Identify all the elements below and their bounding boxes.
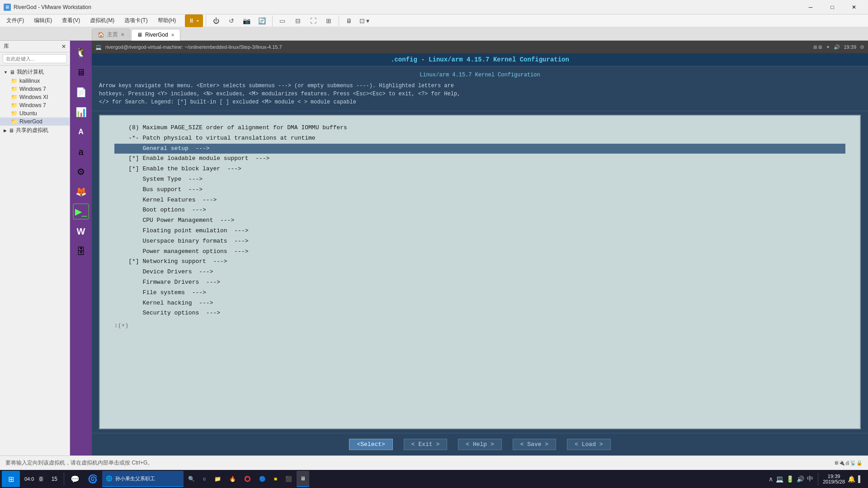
terminal-icon[interactable]: ▶_ [73, 203, 89, 220]
menu-item-4[interactable]: [*] Enable the block layer ---> [114, 164, 845, 174]
menu-vm[interactable]: 虚拟机(M) [85, 15, 119, 26]
taskbar-chrome[interactable]: 🔵 [255, 471, 269, 487]
menu-item-12[interactable]: Power management options ---> [114, 247, 845, 257]
sidebar-item-win7-2[interactable]: 📁 Windows 7 [0, 101, 70, 109]
sidebar-item-win7-1[interactable]: 📁 Windows 7 [0, 85, 70, 93]
help-button[interactable]: < Help > [458, 439, 501, 450]
sidebar-item-winxi[interactable]: 📁 Windows XI [0, 93, 70, 101]
menu-tab[interactable]: 选项卡(T) [120, 15, 152, 26]
taskbar-orange[interactable]: ⭕ [241, 471, 255, 487]
db-icon[interactable]: 🗄 [73, 243, 89, 259]
menu-view[interactable]: 查看(V) [57, 15, 85, 26]
font-icon[interactable]: A [73, 124, 89, 140]
console-button[interactable]: 🖥 [342, 14, 356, 27]
taskbar-search[interactable]: 🔍 [184, 471, 198, 487]
show-desktop[interactable]: ▌ [858, 475, 863, 483]
close-button[interactable]: ✕ [844, 0, 864, 14]
pause-button[interactable]: ⏸ ▾ [185, 14, 203, 27]
menu-item-0[interactable]: (8) Maximum PAGE_SIZE order of alignment… [114, 123, 845, 133]
split-view[interactable]: ⊟ [291, 14, 305, 27]
firefox-icon[interactable]: 🦊 [73, 183, 89, 200]
sidebar-item-my-computer[interactable]: ▼ 🖥 我的计算机 [0, 67, 70, 77]
menu-item-2[interactable]: General setup ---> [114, 144, 845, 154]
taskbar-fire[interactable]: 🔥 [226, 471, 240, 487]
tray-battery[interactable]: 🔋 [786, 475, 794, 483]
menu-item-device-drivers[interactable]: Device Drivers ---> [114, 267, 845, 277]
menu-item-1[interactable]: -*- Patch physical to virtual translatio… [114, 133, 845, 144]
save-button[interactable]: < Save > [513, 439, 556, 450]
tray-expand[interactable]: ∧ [769, 475, 773, 483]
menu-item-11[interactable]: Userspace binary formats ---> [114, 236, 845, 247]
sidebar-item-kaililinux[interactable]: 📁 kaililinux [0, 77, 70, 85]
fullscreen[interactable]: ⛶ [306, 14, 321, 27]
scale-button[interactable]: ⊡ ▾ [357, 14, 372, 27]
tab-rivergod[interactable]: 🖥 RiverGod ✕ [131, 29, 180, 41]
menu-item-17[interactable]: Kernel hacking ---> [114, 298, 845, 309]
taskbar-num-15[interactable]: 15 [48, 471, 61, 487]
taskbar-spinner[interactable]: 🌀 [84, 471, 101, 487]
menu-item-10[interactable]: Floating point emulation ---> [114, 226, 845, 236]
tray-volume[interactable]: 🔊 [797, 475, 804, 483]
tab-close-home[interactable]: ✕ [121, 32, 124, 37]
sidebar-item-rivergod[interactable]: 📁 RiverGod [0, 117, 70, 126]
menu-item-7[interactable]: Kernel Features ---> [114, 195, 845, 206]
tab-home[interactable]: 🏠 主页 ✕ [92, 28, 130, 40]
snapshot-button[interactable]: 📷 [240, 14, 254, 27]
ubuntu-icon[interactable]: 🐧 [73, 44, 89, 61]
menu-item-5[interactable]: System Type ---> [114, 174, 845, 185]
spreadsheet-icon[interactable]: 📊 [73, 104, 89, 120]
system-clock[interactable]: 19:39 2019/5/28 [823, 474, 845, 484]
search-input[interactable] [3, 54, 67, 63]
start-button[interactable]: ⊞ [2, 471, 20, 487]
menu-item-9[interactable]: CPU Power Management ---> [114, 216, 845, 226]
sidebar-close-icon[interactable]: ✕ [61, 43, 66, 50]
menu-item-18[interactable]: Security options ---> [114, 308, 845, 319]
amazon-icon[interactable]: a [73, 144, 89, 160]
taskbar-vmware[interactable]: 🖥 [297, 471, 309, 487]
menu-item-firmware-drivers[interactable]: Firmware Drivers ---> [114, 277, 845, 288]
load-button[interactable]: < Load > [567, 439, 610, 450]
taskbar-time-widget[interactable]: 04:0 0 [21, 471, 47, 487]
taskbar-black[interactable]: ⬛ [282, 471, 296, 487]
menu-item-8[interactable]: Boot options ---> [114, 205, 845, 216]
menu-file[interactable]: 文件(F) [2, 15, 28, 26]
menu-item-16[interactable]: File systems ---> [114, 288, 845, 298]
addr-settings-icon[interactable]: ⚙ [860, 44, 864, 50]
tray-ime[interactable]: 中 [807, 475, 813, 483]
tray-network[interactable]: 💻 [776, 475, 783, 483]
maximize-button[interactable]: □ [822, 0, 843, 14]
taskbar-tray: ∧ 💻 🔋 🔊 中 19:39 2019/5/28 🔔 ▌ [765, 473, 866, 485]
sidebar-header: 库 ✕ [0, 41, 70, 52]
taskbar-edge[interactable]: e [199, 471, 210, 487]
select-button[interactable]: <Select> [349, 439, 392, 450]
minimize-button[interactable]: ─ [800, 0, 821, 14]
menu-help[interactable]: 帮助(H) [153, 15, 181, 26]
kernel-config-menu[interactable]: (8) Maximum PAGE_SIZE order of alignment… [99, 115, 861, 429]
reset-button[interactable]: ↺ [224, 14, 239, 27]
tray-notification[interactable]: 🔔 [848, 475, 855, 483]
normal-view[interactable]: ▭ [275, 14, 290, 27]
vmware-icon: 🖥 [300, 475, 306, 482]
vm-screen[interactable]: .config - Linux/arm 4.15.7 Kernel Config… [92, 53, 868, 455]
menu-edit[interactable]: 编辑(E) [29, 15, 57, 26]
menu-item-6[interactable]: Bus support ---> [114, 185, 845, 195]
revert-button[interactable]: 🔄 [255, 14, 269, 27]
power-button[interactable]: ⏻ [209, 14, 223, 27]
vm-screen-icon[interactable]: 🖥 [73, 64, 89, 80]
toolbar-sep-3 [339, 15, 339, 26]
taskbar-yellow[interactable]: ■ [270, 471, 281, 487]
exit-button[interactable]: < Exit > [404, 439, 447, 450]
taskbar-action-center[interactable]: 💬 [67, 471, 83, 487]
menu-item-13[interactable]: [*] Networking support ---> [114, 257, 845, 267]
document-icon[interactable]: 📄 [73, 84, 89, 100]
sidebar-item-shared-vms[interactable]: ▶ 🖥 共享的虚拟机 [0, 126, 70, 135]
word-icon[interactable]: W [73, 223, 89, 239]
unity-mode[interactable]: ⊞ [321, 14, 336, 27]
sidebar-item-ubuntu[interactable]: 📁 Ubuntu [0, 109, 70, 117]
taskbar-explorer[interactable]: 📁 [211, 471, 225, 487]
taskbar-browser-ie[interactable]: 🌐 孙小果生父系职工 [102, 471, 184, 487]
tab-close-rivergod[interactable]: ✕ [171, 33, 175, 38]
addr-time: 19:39 [844, 44, 856, 50]
menu-item-3[interactable]: [*] Enable loadable module support ---> [114, 154, 845, 164]
settings-icon[interactable]: ⚙ [73, 164, 89, 180]
